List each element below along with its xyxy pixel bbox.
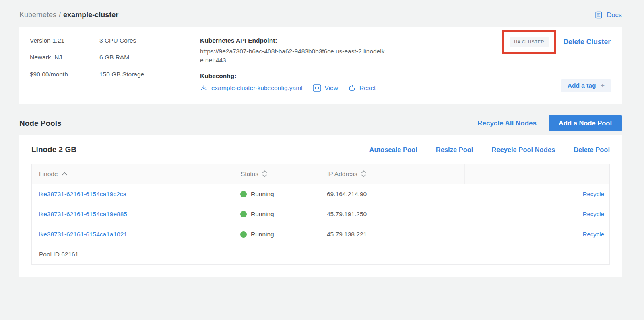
status-label: Running — [251, 191, 274, 198]
sort-asc-icon — [62, 172, 68, 176]
resize-pool-button[interactable]: Resize Pool — [436, 146, 473, 154]
node-pools-title: Node Pools — [19, 119, 62, 128]
kubeconfig-filename: example-cluster-kubeconfig.yaml — [211, 84, 303, 92]
ha-cluster-badge: HA CLUSTER — [510, 37, 549, 47]
view-kubeconfig-button[interactable]: View — [313, 84, 338, 92]
cluster-summary-card: Version 1.21 Newark, NJ $90.00/month 3 C… — [19, 27, 622, 104]
divider — [343, 84, 343, 92]
spec-cpu: 3 CPU Cores — [99, 37, 185, 44]
autoscale-pool-button[interactable]: Autoscale Pool — [369, 146, 417, 154]
status-running-icon — [240, 231, 247, 238]
sort-both-icon — [361, 170, 366, 177]
top-bar: Kubernetes/example-cluster Docs — [19, 8, 622, 22]
status-running-icon — [240, 191, 247, 197]
column-header-linode[interactable]: Linode — [32, 164, 233, 184]
spec-price: $90.00/month — [30, 71, 99, 78]
node-pool-card: Linode 2 GB Autoscale Pool Resize Pool R… — [19, 135, 622, 277]
status-label: Running — [251, 211, 274, 218]
ha-row: HA CLUSTER Delete Cluster — [502, 30, 611, 54]
table-header: Linode Status IP Address — [32, 164, 609, 184]
recycle-node-button[interactable]: Recycle — [583, 231, 604, 238]
status-cell: Running — [233, 191, 320, 198]
code-icon — [313, 84, 321, 92]
summary-right-block: HA CLUSTER Delete Cluster Add a tag + — [502, 30, 611, 94]
download-icon — [200, 84, 208, 92]
api-endpoint-label: Kubernetes API Endpoint: — [200, 37, 391, 44]
reset-label: Reset — [359, 84, 376, 92]
ip-column-label: IP Address — [327, 170, 357, 178]
reset-kubeconfig-button[interactable]: Reset — [348, 84, 376, 92]
docs-label: Docs — [607, 11, 622, 19]
node-row: lke38731-62161-6154ca1a1021 Running 45.7… — [32, 224, 609, 244]
cluster-specs: Version 1.21 Newark, NJ $90.00/month 3 C… — [30, 37, 185, 94]
linode-link[interactable]: lke38731-62161-6154ca19e885 — [39, 211, 127, 217]
add-tag-label: Add a tag — [568, 82, 596, 89]
row-actions-cell: Recycle — [464, 211, 609, 218]
pool-id-footer: Pool ID 62161 — [32, 244, 609, 264]
api-endpoint-url: https://9e2a7307-b6ac-408f-ba62-9483b0b3… — [200, 47, 386, 65]
linode-column-label: Linode — [39, 170, 58, 178]
linode-link[interactable]: lke38731-62161-6154ca1a1021 — [39, 231, 127, 238]
row-actions-cell: Recycle — [464, 231, 609, 238]
endpoint-block: Kubernetes API Endpoint: https://9e2a730… — [200, 37, 391, 94]
pool-name: Linode 2 GB — [31, 145, 76, 154]
status-cell: Running — [233, 211, 320, 218]
column-header-status[interactable]: Status — [233, 164, 320, 184]
node-row: lke38731-62161-6154ca19e885 Running 45.7… — [32, 204, 609, 224]
spec-ram: 6 GB RAM — [99, 54, 185, 61]
status-cell: Running — [233, 231, 320, 238]
linode-cell: lke38731-62161-6154ca19e885 — [32, 211, 233, 218]
annotation-highlight-box: HA CLUSTER — [502, 30, 556, 54]
spec-storage: 150 GB Storage — [99, 71, 185, 78]
delete-pool-button[interactable]: Delete Pool — [574, 146, 610, 154]
pool-id-label: Pool ID 62161 — [39, 251, 78, 258]
plus-icon: + — [600, 83, 605, 89]
node-pools-header: Node Pools Recycle All Nodes Add a Node … — [19, 115, 622, 131]
reset-icon — [348, 84, 356, 92]
breadcrumb-kubernetes-link[interactable]: Kubernetes — [19, 11, 56, 19]
kubeconfig-label: Kubeconfig: — [200, 72, 391, 80]
node-row: lke38731-62161-6154ca19c2ca Running 69.1… — [32, 184, 609, 204]
spec-region: Newark, NJ — [30, 54, 99, 61]
kubeconfig-row: example-cluster-kubeconfig.yaml View — [200, 84, 391, 92]
delete-cluster-button[interactable]: Delete Cluster — [563, 38, 611, 46]
column-header-ip[interactable]: IP Address — [320, 164, 464, 184]
recycle-pool-nodes-button[interactable]: Recycle Pool Nodes — [491, 146, 555, 154]
column-header-actions — [464, 164, 609, 184]
spec-version: Version 1.21 — [30, 37, 99, 44]
add-tag-button[interactable]: Add a tag + — [561, 79, 611, 92]
ip-cell: 69.164.214.90 — [320, 191, 464, 198]
breadcrumb-cluster-name: example-cluster — [63, 11, 118, 19]
row-actions-cell: Recycle — [464, 191, 609, 198]
download-kubeconfig-link[interactable]: example-cluster-kubeconfig.yaml — [200, 84, 303, 92]
linode-link[interactable]: lke38731-62161-6154ca19c2ca — [39, 191, 126, 197]
recycle-node-button[interactable]: Recycle — [583, 191, 604, 197]
breadcrumb-separator: / — [59, 11, 61, 19]
sort-both-icon — [262, 170, 267, 177]
ip-cell: 45.79.138.221 — [320, 231, 464, 238]
pool-actions: Autoscale Pool Resize Pool Recycle Pool … — [369, 146, 610, 154]
linode-cell: lke38731-62161-6154ca1a1021 — [32, 231, 233, 238]
breadcrumb: Kubernetes/example-cluster — [19, 11, 118, 19]
nodes-table: Linode Status IP Address — [31, 164, 610, 265]
recycle-node-button[interactable]: Recycle — [583, 211, 604, 217]
view-label: View — [325, 84, 338, 92]
specs-column-1: Version 1.21 Newark, NJ $90.00/month — [30, 37, 99, 94]
kubernetes-cluster-page: Kubernetes/example-cluster Docs Version … — [0, 0, 644, 277]
docs-icon — [594, 11, 603, 19]
linode-cell: lke38731-62161-6154ca19c2ca — [32, 191, 233, 198]
status-column-label: Status — [241, 170, 258, 178]
status-running-icon — [240, 211, 247, 217]
ip-cell: 45.79.191.250 — [320, 211, 464, 218]
docs-link[interactable]: Docs — [594, 11, 622, 19]
recycle-all-nodes-button[interactable]: Recycle All Nodes — [477, 119, 537, 127]
divider — [308, 84, 308, 92]
status-label: Running — [251, 231, 274, 238]
specs-column-2: 3 CPU Cores 6 GB RAM 150 GB Storage — [99, 37, 185, 94]
add-node-pool-button[interactable]: Add a Node Pool — [549, 115, 622, 131]
pool-header: Linode 2 GB Autoscale Pool Resize Pool R… — [31, 145, 610, 154]
